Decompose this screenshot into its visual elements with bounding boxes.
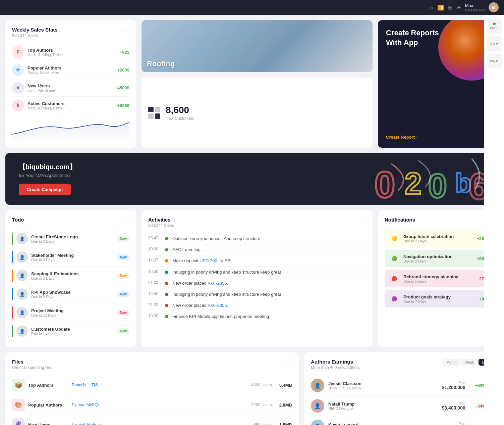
svg-text:0: 0 xyxy=(428,167,447,201)
new-customers-card: 8,600 New Customers xyxy=(142,78,373,148)
nc-squares xyxy=(148,107,160,119)
avatar[interactable]: M xyxy=(489,2,499,12)
notification-item: 🟢 Navigation optimization Due in 2 Days … xyxy=(385,250,492,267)
stat-icon: ✈ xyxy=(12,64,24,76)
file-name: New Users xyxy=(28,422,68,425)
notif-due: Due in 2 Days xyxy=(403,259,472,263)
activity-item: 16:50 Indulging in poorly driving and ke… xyxy=(148,267,366,278)
todo-menu[interactable]: ⋯ xyxy=(123,217,129,224)
author-name: Natali Trump xyxy=(328,402,428,407)
todo-info: Stakeholder Meeting Due in 3 Days xyxy=(31,253,114,262)
activity-link[interactable]: #XF-2356. xyxy=(208,303,228,308)
activity-text: Outlines keep you honest. And keep struc… xyxy=(172,236,260,242)
stat-value: +82$ xyxy=(120,50,129,55)
notif-due: Due in 5 Days xyxy=(403,279,474,283)
weekly-sales-title: Weekly Sales Stats xyxy=(12,27,58,33)
file-size: 1.5MB xyxy=(275,422,292,425)
sq-4 xyxy=(155,113,160,119)
file-size: 5.4MB xyxy=(275,383,292,388)
todo-item: 👤 Project Meeting Due in 12 Days New xyxy=(12,303,129,322)
author-row: 👤 Kevin Leonard Art Director Paid $35,60… xyxy=(311,416,492,425)
todo-info: Scoping & Estimations Due in 5 Days xyxy=(31,271,114,280)
author-avatar: 👤 xyxy=(311,420,324,425)
activity-dot xyxy=(165,293,168,296)
file-name: Top Authors xyxy=(28,383,68,388)
side-panel: Prebu Get H Buy N xyxy=(484,15,504,425)
activity-dot xyxy=(165,304,168,307)
stat-icon: b xyxy=(12,99,24,111)
files-row: 📦 Top Authors ReactJs, HTML 4600 Users 5… xyxy=(12,375,292,395)
notification-item: 🔴 Rebrand strategy planning Due in 5 Day… xyxy=(385,270,492,287)
activity-link[interactable]: #XF-2356. xyxy=(208,281,228,286)
new-customers-label: New Customers xyxy=(166,116,194,121)
stat-item: ✈ Popular Authors Randy, Steve, Mike +28… xyxy=(12,61,129,79)
activities-card: Activities 890,344 Sales ⋯ 08:42 Outline… xyxy=(142,210,373,347)
notifications-card: Notifications ⋯ 🟡 Group lunch celebratio… xyxy=(378,210,499,347)
side-panel-buyn[interactable]: Buy N xyxy=(487,54,502,68)
side-panel-prebu[interactable]: Prebu xyxy=(487,19,502,34)
todo-list: 👤 Create FireStone Logo Due in 2 Days Ne… xyxy=(12,230,129,340)
notif-info: Navigation optimization Due in 2 Days xyxy=(403,254,472,263)
file-tags: ReactJs, HTML xyxy=(72,383,242,387)
files-menu[interactable]: ⋯ xyxy=(286,359,292,366)
activity-item: 21:03 New order placed #XF-2356. xyxy=(148,278,366,289)
file-tags: Python, MySQL xyxy=(72,403,242,407)
file-name: Popular Authors xyxy=(28,403,68,408)
todo-avatar: 👤 xyxy=(16,233,28,244)
todo-card: Todo ⋯ 👤 Create FireStone Logo Due in 2 … xyxy=(5,210,136,347)
stat-users: John, Pat, Jimmy xyxy=(27,88,111,92)
user-role: UX Designer xyxy=(465,8,486,12)
weekly-sales-menu[interactable]: ⋯ xyxy=(123,27,129,34)
author-info: Jessie Clarcson HTML, CSS Coding xyxy=(328,381,428,390)
authors-header: Authors Earnings More than 400 new autho… xyxy=(311,359,492,370)
side-panel-geth[interactable]: Get H xyxy=(487,36,502,51)
activity-time: 21:03 xyxy=(148,302,161,307)
theme-icon[interactable]: ☀ xyxy=(456,4,461,11)
stat-value: +4500$ xyxy=(115,85,129,90)
activities-menu[interactable]: ⋯ xyxy=(360,217,366,224)
create-reports-card: Create ReportsWith App Create Report › xyxy=(378,20,499,148)
activity-item: 14:37 Make deposit USD 700. to ESL xyxy=(148,255,366,267)
activity-time: 16:50 xyxy=(148,291,161,296)
files-list: 📦 Top Authors ReactJs, HTML 4600 Users 5… xyxy=(12,375,292,425)
todo-name: Project Meeting xyxy=(31,308,114,313)
stat-icon: P xyxy=(12,46,24,58)
stat-name: Top Authors xyxy=(27,48,116,53)
todo-due: Due in 2 Days xyxy=(31,239,114,243)
stat-value: +280$ xyxy=(117,67,129,73)
period-btn-month[interactable]: Month xyxy=(443,359,460,366)
stat-name: New Users xyxy=(27,83,111,88)
campaign-decoration: 0 2 0 b 6 xyxy=(365,153,499,205)
activities-header: Activities 890,344 Sales ⋯ xyxy=(148,217,366,228)
search-icon[interactable]: ⌕ xyxy=(430,4,433,10)
activity-dot xyxy=(165,271,168,274)
activity-text: Finance KPI Mobile app launch preparion … xyxy=(172,314,269,320)
create-campaign-button[interactable]: Create Campaign xyxy=(19,184,71,195)
todo-name: Stakeholder Meeting xyxy=(31,253,114,258)
grid-icon[interactable]: ⊞ xyxy=(448,4,452,11)
todo-badge: New xyxy=(117,328,129,334)
notif-name: Rebrand strategy planning xyxy=(403,274,474,279)
create-report-link[interactable]: Create Report › xyxy=(386,135,491,140)
todo-avatar: 👤 xyxy=(16,288,28,300)
todo-badge: New xyxy=(117,273,129,279)
notif-info: Group lunch celebration Due in 2 Days xyxy=(403,234,472,243)
todo-item: 👤 Stakeholder Meeting Due in 3 Days New xyxy=(12,248,129,267)
todo-badge: New xyxy=(117,291,129,297)
notif-icon: 🟡 xyxy=(389,233,399,244)
activity-link[interactable]: USD 700. xyxy=(200,258,218,263)
activity-item: 10:30 Finance KPI Mobile app launch prep… xyxy=(148,311,366,322)
activity-item: 10:00 AEOL meeting xyxy=(148,244,366,255)
user-name: Max xyxy=(465,3,486,8)
todo-due: Due in 2 Days xyxy=(31,295,114,299)
stat-item: P Top Authors Mark, Rowling, Esther +82$ xyxy=(12,43,129,61)
files-title: Files xyxy=(12,359,52,365)
file-users: 4600 Users xyxy=(245,383,272,387)
file-tags: Laravel, Metronic xyxy=(72,422,242,425)
todo-info: Project Meeting Due in 12 Days xyxy=(31,308,114,317)
todo-color-bar xyxy=(12,288,13,300)
period-btn-week[interactable]: Week xyxy=(461,359,478,366)
weekly-sales-card: Weekly Sales Stats 890,344 Sales ⋯ P Top… xyxy=(5,20,136,148)
todo-header: Todo ⋯ xyxy=(12,217,129,224)
activity-text: Indulging in poorly driving and keep str… xyxy=(172,291,281,297)
